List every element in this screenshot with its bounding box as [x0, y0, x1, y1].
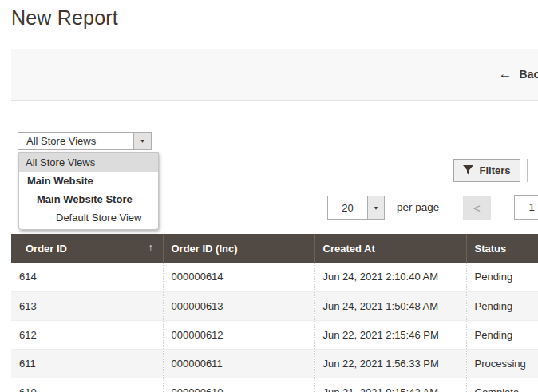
cell-created-at[interactable]: Jun 22, 2021 2:15:46 PM	[314, 320, 466, 349]
cell-status[interactable]: Processing	[466, 349, 538, 378]
store-view-selected-label: All Store Views	[26, 133, 96, 149]
cell-order-id-inc[interactable]: 000000610	[163, 378, 314, 392]
page-title: New Report	[11, 6, 118, 30]
store-view-option-main-website-store[interactable]: Main Website Store	[19, 190, 158, 208]
new-report-page: New Report ← Back All Store Views ▼ All …	[0, 0, 538, 392]
store-view-option-default-store-view[interactable]: Default Store View	[19, 208, 158, 227]
chevron-left-icon: <	[473, 201, 481, 215]
chevron-down-icon[interactable]: ▼	[367, 196, 384, 219]
chevron-down-icon[interactable]: ▼	[133, 133, 151, 149]
store-view-option-all[interactable]: All Store Views	[19, 153, 158, 172]
per-page-label: per page	[397, 201, 439, 213]
cell-status[interactable]: Pending	[466, 320, 538, 349]
cell-order-id-inc[interactable]: 000000611	[163, 349, 314, 378]
column-header-order-id[interactable]: Order ID ↑	[11, 234, 163, 263]
orders-grid: Order ID ↑ Order ID (Inc) Created At Sta…	[11, 234, 538, 392]
cell-status[interactable]: Pending	[466, 291, 538, 320]
cell-created-at[interactable]: Jun 24, 2021 2:10:40 AM	[314, 263, 466, 291]
column-header-order-id-inc[interactable]: Order ID (Inc)	[163, 234, 314, 263]
table-row[interactable]: 611 000000611 Jun 22, 2021 1:56:33 PM Pr…	[11, 349, 538, 378]
filter-funnel-icon	[463, 165, 473, 176]
store-view-option-main-website[interactable]: Main Website	[19, 172, 158, 190]
cell-created-at[interactable]: Jun 21, 2021 9:15:42 AM	[314, 378, 466, 392]
toolbar-separator	[527, 159, 528, 182]
cell-order-id-inc[interactable]: 000000613	[163, 291, 314, 320]
sort-ascending-icon: ↑	[148, 242, 153, 253]
store-view-dropdown: All Store Views Main Website Main Websit…	[18, 152, 159, 230]
previous-page-button[interactable]: <	[463, 196, 491, 220]
cell-created-at[interactable]: Jun 22, 2021 1:56:33 PM	[314, 349, 466, 378]
page-actions-bar: ← Back	[11, 49, 538, 101]
cell-order-id[interactable]: 612	[11, 320, 163, 349]
table-row[interactable]: 612 000000612 Jun 22, 2021 2:15:46 PM Pe…	[11, 320, 538, 349]
cell-status[interactable]: Complete	[466, 378, 538, 392]
column-header-status[interactable]: Status	[466, 234, 538, 263]
cell-status[interactable]: Pending	[466, 263, 538, 291]
back-button-label: Back	[520, 68, 538, 81]
filters-button-label: Filters	[479, 164, 510, 176]
back-arrow-icon: ←	[499, 67, 512, 81]
cell-order-id-inc[interactable]: 000000612	[163, 320, 314, 349]
table-row[interactable]: 613 000000613 Jun 24, 2021 1:50:48 AM Pe…	[11, 291, 538, 320]
cell-order-id[interactable]: 610	[11, 378, 163, 392]
column-header-created-at[interactable]: Created At	[314, 234, 466, 263]
cell-order-id[interactable]: 614	[11, 263, 163, 291]
cell-created-at[interactable]: Jun 24, 2021 1:50:48 AM	[314, 291, 466, 320]
current-page-input[interactable]	[514, 195, 538, 220]
back-button[interactable]: ← Back	[499, 67, 538, 81]
table-row[interactable]: 610 000000610 Jun 21, 2021 9:15:42 AM Co…	[11, 378, 538, 392]
per-page-value: 20	[328, 196, 367, 219]
per-page-select[interactable]: 20 ▼	[327, 196, 385, 220]
grid-header-row: Order ID ↑ Order ID (Inc) Created At Sta…	[11, 234, 538, 263]
cell-order-id[interactable]: 611	[11, 349, 163, 378]
store-view-switcher[interactable]: All Store Views ▼	[18, 132, 152, 150]
filters-button[interactable]: Filters	[453, 159, 520, 182]
cell-order-id-inc[interactable]: 000000614	[163, 263, 314, 291]
table-row[interactable]: 614 000000614 Jun 24, 2021 2:10:40 AM Pe…	[11, 263, 538, 291]
cell-order-id[interactable]: 613	[11, 291, 163, 320]
